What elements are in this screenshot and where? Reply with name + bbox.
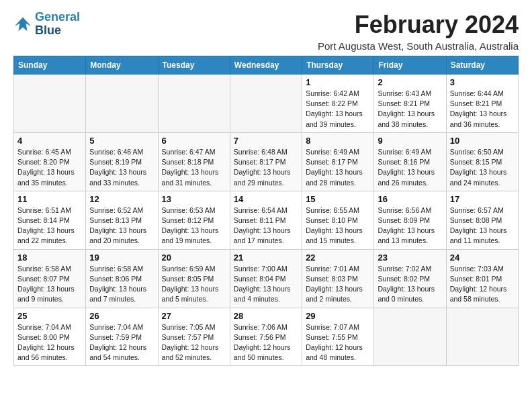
day-number: 16 <box>378 194 442 204</box>
calendar-cell: 1Sunrise: 6:42 AMSunset: 8:22 PMDaylight… <box>302 75 374 133</box>
calendar-cell <box>446 308 518 366</box>
day-number: 12 <box>89 194 154 204</box>
day-number: 7 <box>234 136 298 146</box>
day-number: 2 <box>378 77 442 87</box>
day-info: Sunrise: 7:01 AMSunset: 8:03 PMDaylight:… <box>306 264 370 305</box>
day-info: Sunrise: 6:53 AMSunset: 8:12 PMDaylight:… <box>162 205 226 246</box>
calendar-cell: 22Sunrise: 7:01 AMSunset: 8:03 PMDayligh… <box>302 249 374 308</box>
day-of-week-header: Tuesday <box>158 56 230 75</box>
calendar-cell: 20Sunrise: 6:59 AMSunset: 8:05 PMDayligh… <box>158 249 230 308</box>
calendar-cell <box>86 75 158 133</box>
day-info: Sunrise: 6:44 AMSunset: 8:21 PMDaylight:… <box>450 89 515 130</box>
day-info: Sunrise: 7:07 AMSunset: 7:55 PMDaylight:… <box>306 322 370 363</box>
day-number: 3 <box>450 77 515 87</box>
calendar-cell <box>374 308 446 366</box>
calendar-cell <box>14 75 86 133</box>
calendar-cell: 21Sunrise: 7:00 AMSunset: 8:04 PMDayligh… <box>230 249 302 308</box>
day-info: Sunrise: 6:56 AMSunset: 8:09 PMDaylight:… <box>378 205 442 246</box>
day-number: 20 <box>162 253 226 263</box>
day-number: 17 <box>450 194 515 204</box>
calendar-cell: 12Sunrise: 6:52 AMSunset: 8:13 PMDayligh… <box>86 191 158 249</box>
day-info: Sunrise: 7:02 AMSunset: 8:02 PMDaylight:… <box>378 264 442 305</box>
calendar-cell: 10Sunrise: 6:50 AMSunset: 8:15 PMDayligh… <box>446 132 518 191</box>
day-of-week-header: Thursday <box>302 56 374 75</box>
day-number: 4 <box>17 136 82 146</box>
day-number: 27 <box>162 311 226 321</box>
calendar-cell: 23Sunrise: 7:02 AMSunset: 8:02 PMDayligh… <box>374 249 446 308</box>
day-info: Sunrise: 6:46 AMSunset: 8:19 PMDaylight:… <box>89 147 154 188</box>
subtitle: Port Augusta West, South Australia, Aust… <box>318 40 519 52</box>
day-number: 24 <box>450 253 515 263</box>
day-number: 10 <box>450 136 515 146</box>
day-of-week-header: Monday <box>86 56 158 75</box>
logo: General Blue <box>13 11 80 38</box>
calendar-cell: 2Sunrise: 6:43 AMSunset: 8:21 PMDaylight… <box>374 75 446 133</box>
logo-text: General Blue <box>35 11 80 38</box>
day-number: 29 <box>306 311 370 321</box>
calendar-cell <box>158 75 230 133</box>
day-info: Sunrise: 6:52 AMSunset: 8:13 PMDaylight:… <box>89 205 154 246</box>
calendar-cell: 16Sunrise: 6:56 AMSunset: 8:09 PMDayligh… <box>374 191 446 249</box>
day-info: Sunrise: 6:47 AMSunset: 8:18 PMDaylight:… <box>162 147 226 188</box>
day-info: Sunrise: 6:50 AMSunset: 8:15 PMDaylight:… <box>450 147 515 188</box>
day-info: Sunrise: 7:05 AMSunset: 7:57 PMDaylight:… <box>162 322 226 363</box>
calendar-cell: 17Sunrise: 6:57 AMSunset: 8:08 PMDayligh… <box>446 191 518 249</box>
day-info: Sunrise: 6:54 AMSunset: 8:11 PMDaylight:… <box>234 205 298 246</box>
day-of-week-header: Saturday <box>446 56 518 75</box>
calendar-cell: 8Sunrise: 6:49 AMSunset: 8:17 PMDaylight… <box>302 132 374 191</box>
day-info: Sunrise: 6:43 AMSunset: 8:21 PMDaylight:… <box>378 89 442 130</box>
day-number: 1 <box>306 77 370 87</box>
calendar-body: 1Sunrise: 6:42 AMSunset: 8:22 PMDaylight… <box>14 75 519 366</box>
day-info: Sunrise: 6:49 AMSunset: 8:17 PMDaylight:… <box>306 147 370 188</box>
day-number: 26 <box>89 311 154 321</box>
calendar-table: SundayMondayTuesdayWednesdayThursdayFrid… <box>13 56 519 366</box>
calendar-cell <box>230 75 302 133</box>
day-number: 21 <box>234 253 298 263</box>
calendar-week-row: 4Sunrise: 6:45 AMSunset: 8:20 PMDaylight… <box>14 132 519 191</box>
day-number: 9 <box>378 136 442 146</box>
day-number: 23 <box>378 253 442 263</box>
day-number: 6 <box>162 136 226 146</box>
day-number: 14 <box>234 194 298 204</box>
calendar-cell: 14Sunrise: 6:54 AMSunset: 8:11 PMDayligh… <box>230 191 302 249</box>
logo-icon <box>13 15 32 34</box>
day-number: 19 <box>89 253 154 263</box>
calendar-cell: 25Sunrise: 7:04 AMSunset: 8:00 PMDayligh… <box>14 308 86 366</box>
calendar-header: SundayMondayTuesdayWednesdayThursdayFrid… <box>14 56 519 75</box>
calendar-cell: 15Sunrise: 6:55 AMSunset: 8:10 PMDayligh… <box>302 191 374 249</box>
day-number: 5 <box>89 136 154 146</box>
day-of-week-header: Wednesday <box>230 56 302 75</box>
calendar-cell: 26Sunrise: 7:04 AMSunset: 7:59 PMDayligh… <box>86 308 158 366</box>
month-title: February 2024 <box>318 11 519 39</box>
calendar-cell: 7Sunrise: 6:48 AMSunset: 8:17 PMDaylight… <box>230 132 302 191</box>
calendar-cell: 18Sunrise: 6:58 AMSunset: 8:07 PMDayligh… <box>14 249 86 308</box>
day-info: Sunrise: 6:58 AMSunset: 8:06 PMDaylight:… <box>89 264 154 305</box>
day-info: Sunrise: 6:45 AMSunset: 8:20 PMDaylight:… <box>17 147 82 188</box>
day-info: Sunrise: 6:42 AMSunset: 8:22 PMDaylight:… <box>306 89 370 130</box>
calendar-cell: 29Sunrise: 7:07 AMSunset: 7:55 PMDayligh… <box>302 308 374 366</box>
calendar-cell: 5Sunrise: 6:46 AMSunset: 8:19 PMDaylight… <box>86 132 158 191</box>
day-info: Sunrise: 6:57 AMSunset: 8:08 PMDaylight:… <box>450 205 515 246</box>
day-of-week-header: Sunday <box>14 56 86 75</box>
day-info: Sunrise: 6:55 AMSunset: 8:10 PMDaylight:… <box>306 205 370 246</box>
day-info: Sunrise: 7:06 AMSunset: 7:56 PMDaylight:… <box>234 322 298 363</box>
svg-marker-0 <box>15 17 31 32</box>
calendar-week-row: 11Sunrise: 6:51 AMSunset: 8:14 PMDayligh… <box>14 191 519 249</box>
day-number: 11 <box>17 194 82 204</box>
calendar-cell: 9Sunrise: 6:49 AMSunset: 8:16 PMDaylight… <box>374 132 446 191</box>
day-info: Sunrise: 7:04 AMSunset: 8:00 PMDaylight:… <box>17 322 82 363</box>
day-info: Sunrise: 7:04 AMSunset: 7:59 PMDaylight:… <box>89 322 154 363</box>
day-of-week-header: Friday <box>374 56 446 75</box>
calendar-cell: 19Sunrise: 6:58 AMSunset: 8:06 PMDayligh… <box>86 249 158 308</box>
day-number: 25 <box>17 311 82 321</box>
calendar-week-row: 25Sunrise: 7:04 AMSunset: 8:00 PMDayligh… <box>14 308 519 366</box>
calendar-cell: 6Sunrise: 6:47 AMSunset: 8:18 PMDaylight… <box>158 132 230 191</box>
day-info: Sunrise: 6:59 AMSunset: 8:05 PMDaylight:… <box>162 264 226 305</box>
calendar-cell: 28Sunrise: 7:06 AMSunset: 7:56 PMDayligh… <box>230 308 302 366</box>
calendar-cell: 11Sunrise: 6:51 AMSunset: 8:14 PMDayligh… <box>14 191 86 249</box>
day-info: Sunrise: 6:58 AMSunset: 8:07 PMDaylight:… <box>17 264 82 305</box>
day-info: Sunrise: 6:51 AMSunset: 8:14 PMDaylight:… <box>17 205 82 246</box>
calendar-cell: 13Sunrise: 6:53 AMSunset: 8:12 PMDayligh… <box>158 191 230 249</box>
calendar-week-row: 18Sunrise: 6:58 AMSunset: 8:07 PMDayligh… <box>14 249 519 308</box>
calendar-cell: 4Sunrise: 6:45 AMSunset: 8:20 PMDaylight… <box>14 132 86 191</box>
